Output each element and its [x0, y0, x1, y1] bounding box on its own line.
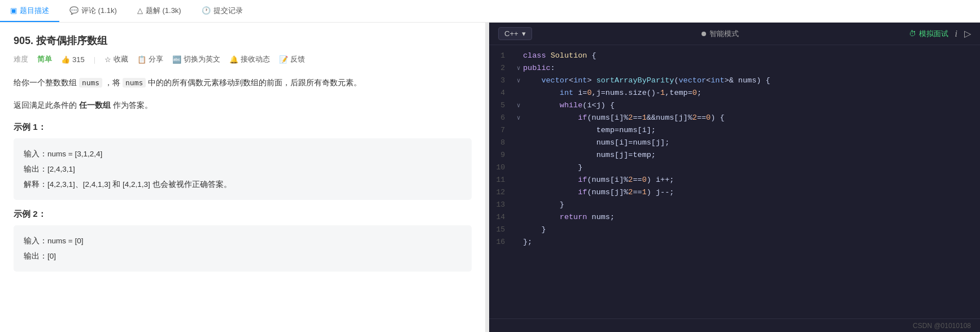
code-line-10: 10 }: [489, 163, 980, 175]
difficulty-label: 难度: [14, 54, 28, 64]
bell-icon: 🔔: [229, 55, 238, 64]
code-line-14: 14 return nums;: [489, 212, 980, 225]
tab-solutions[interactable]: △ 题解 (1.3k): [127, 0, 191, 22]
star-icon: ☆: [104, 55, 111, 64]
language-label: C++: [504, 29, 519, 38]
footer-text: CSDN @01010108: [913, 322, 971, 330]
tab-description[interactable]: ▣ 题目描述: [0, 0, 59, 22]
feedback-btn[interactable]: 📝 反馈: [279, 54, 305, 64]
translate-btn[interactable]: 🔤 切换为英文: [172, 54, 220, 64]
mock-interview-btn[interactable]: ⏱ 模拟面试: [909, 29, 948, 39]
code-line-16: 16 };: [489, 237, 980, 250]
example-2-title: 示例 2：: [14, 209, 472, 220]
toolbar-left: C++ ▾: [498, 27, 532, 40]
editor-footer: CSDN @01010108: [489, 318, 980, 332]
like-icon: 👍: [61, 55, 70, 64]
code-line-5: 5 ∨ while(i<j) {: [489, 101, 980, 113]
code-line-6: 6 ∨ if(nums[i]%2==1&&nums[j]%2==0) {: [489, 113, 980, 125]
language-selector[interactable]: C++ ▾: [498, 27, 532, 40]
info-btn[interactable]: i: [955, 29, 957, 39]
likes-btn[interactable]: 👍 315: [61, 55, 85, 64]
tab-submissions[interactable]: 🕐 提交记录: [191, 0, 253, 22]
problem-description: 给你一个整数数组 nums ，将 nums 中的的所有偶数元素移动到数组的前面，…: [14, 75, 472, 90]
problem-description-2: 返回满足此条件的 任一数组 作为答案。: [14, 97, 472, 113]
code-line-9: 9 nums[j]=temp;: [489, 150, 980, 163]
code-line-11: 11 if(nums[i]%2==0) i++;: [489, 175, 980, 187]
main-content: 905. 按奇偶排序数组 难度 简单 👍 315 | ☆ 收藏 📋 分享 🔤 切…: [0, 23, 980, 332]
run-icon: ▷: [964, 28, 971, 39]
difficulty-value: 简单: [37, 54, 52, 64]
share-icon: 📋: [137, 55, 146, 64]
ai-status-dot: [702, 32, 706, 36]
code-line-4: 4 int i=0,j=nums.size()-1,temp=0;: [489, 88, 980, 101]
editor-toolbar: C++ ▾ 智能模式 ⏱ 模拟面试 i ▷: [489, 23, 980, 45]
translate-icon: 🔤: [172, 55, 181, 64]
submissions-icon: 🕐: [202, 6, 211, 15]
left-panel: 905. 按奇偶排序数组 难度 简单 👍 315 | ☆ 收藏 📋 分享 🔤 切…: [0, 23, 486, 332]
example-1-box: 输入：nums = [3,1,2,4] 输出：[2,4,3,1] 解释：[4,2…: [14, 138, 472, 200]
info-icon: i: [955, 29, 957, 39]
notify-btn[interactable]: 🔔 接收动态: [229, 54, 270, 64]
code-line-15: 15 }: [489, 225, 980, 237]
example-1-title: 示例 1：: [14, 122, 472, 133]
code-line-2: 2 ∨ public:: [489, 63, 980, 76]
example-2-output: 输出：[0]: [24, 248, 461, 264]
code-editor[interactable]: 1 class Solution { 2 ∨ public: 3 ∨ vecto…: [489, 45, 980, 318]
run-btn[interactable]: ▷: [964, 28, 971, 39]
share-btn[interactable]: 📋 分享: [137, 54, 163, 64]
code-line-3: 3 ∨ vector<int> sortArrayByParity(vector…: [489, 76, 980, 88]
example-1-output: 输出：[2,4,3,1]: [24, 161, 461, 177]
tab-comments[interactable]: 💬 评论 (1.1k): [59, 0, 127, 22]
description-icon: ▣: [10, 6, 17, 15]
solutions-icon: △: [137, 6, 143, 15]
dropdown-icon: ▾: [522, 29, 526, 38]
toolbar-center: 智能模式: [702, 29, 739, 39]
toolbar-right: ⏱ 模拟面试 i ▷: [909, 28, 971, 39]
example-2-input: 输入：nums = [0]: [24, 233, 461, 248]
feedback-icon: 📝: [279, 55, 288, 64]
code-line-12: 12 if(nums[j]%2==1) j--;: [489, 187, 980, 200]
example-1-explanation: 解释：[4,2,3,1]、[2,4,1,3] 和 [4,2,1,3] 也会被视作…: [24, 177, 461, 192]
timer-icon: ⏱: [909, 29, 916, 38]
code-line-7: 7 temp=nums[i];: [489, 125, 980, 138]
tab-bar: ▣ 题目描述 💬 评论 (1.1k) △ 题解 (1.3k) 🕐 提交记录: [0, 0, 980, 23]
comments-icon: 💬: [69, 6, 79, 15]
code-line-13: 13 }: [489, 200, 980, 212]
example-1-input: 输入：nums = [3,1,2,4]: [24, 146, 461, 161]
code-line-8: 8 nums[i]=nums[j];: [489, 138, 980, 150]
code-line-1: 1 class Solution {: [489, 51, 980, 63]
example-2-box: 输入：nums = [0] 输出：[0]: [14, 225, 472, 272]
right-panel: C++ ▾ 智能模式 ⏱ 模拟面试 i ▷: [489, 23, 980, 332]
collect-btn[interactable]: ☆ 收藏: [104, 54, 128, 64]
difficulty-row: 难度 简单 👍 315 | ☆ 收藏 📋 分享 🔤 切换为英文 🔔 接收动态: [14, 54, 472, 64]
problem-title: 905. 按奇偶排序数组: [14, 34, 472, 47]
ai-mode-label: 智能模式: [709, 29, 739, 39]
